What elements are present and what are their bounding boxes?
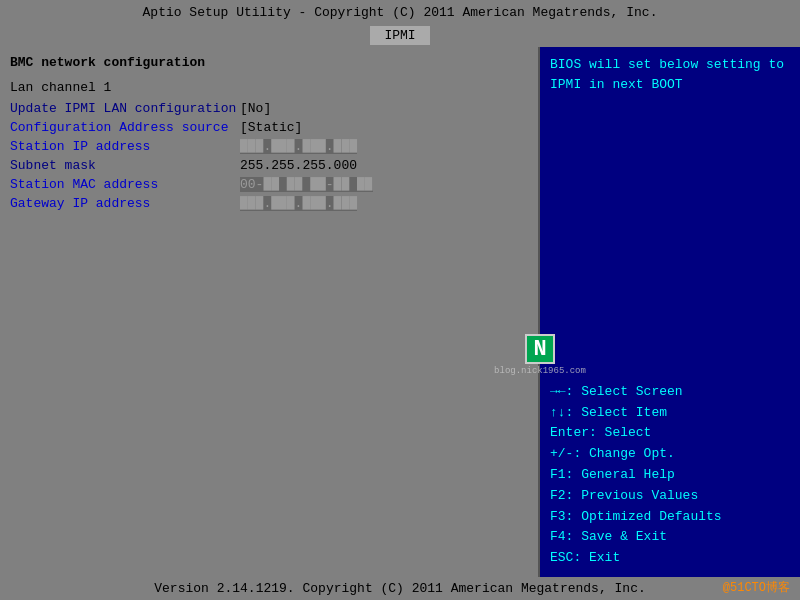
key-f3: F3: Optimized Defaults	[550, 507, 790, 528]
section-title: BMC network configuration	[10, 55, 528, 70]
key-esc: ESC: Exit	[550, 548, 790, 569]
label-update-ipmi: Update IPMI LAN configuration	[10, 101, 240, 116]
label-config-addr-source: Configuration Address source	[10, 120, 240, 135]
key-f2: F2: Previous Values	[550, 486, 790, 507]
key-f1: F1: General Help	[550, 465, 790, 486]
value-update-ipmi: [No]	[240, 101, 271, 116]
row-station-mac[interactable]: Station MAC address 00-██ ██ ██-██ ██	[10, 177, 528, 192]
footer-bar: Version 2.14.1219. Copyright (C) 2011 Am…	[0, 577, 800, 600]
header-bar: Aptio Setup Utility - Copyright (C) 2011…	[0, 0, 800, 24]
row-gateway-ip[interactable]: Gateway IP address ███.███.███.███	[10, 196, 528, 211]
key-enter: Enter: Select	[550, 423, 790, 444]
label-station-mac: Station MAC address	[10, 177, 240, 192]
footer-text: Version 2.14.1219. Copyright (C) 2011 Am…	[154, 581, 645, 596]
right-panel: BIOS will set below setting to IPMI in n…	[540, 47, 800, 577]
row-update-ipmi[interactable]: Update IPMI LAN configuration [No]	[10, 101, 528, 116]
value-subnet-mask: 255.255.255.000	[240, 158, 357, 173]
row-subnet-mask[interactable]: Subnet mask 255.255.255.000	[10, 158, 528, 173]
key-select-item: ↑↓: Select Item	[550, 403, 790, 424]
left-panel: BMC network configuration Lan channel 1 …	[0, 47, 540, 577]
row-config-addr-source[interactable]: Configuration Address source [Static]	[10, 120, 528, 135]
key-help-section: →←: Select Screen ↑↓: Select Item Enter:…	[550, 382, 790, 569]
bottom-right-tag: @51CTO博客	[723, 579, 790, 596]
key-change-opt: +/-: Change Opt.	[550, 444, 790, 465]
tab-bar: IPMI	[0, 24, 800, 47]
label-subnet-mask: Subnet mask	[10, 158, 240, 173]
label-gateway-ip: Gateway IP address	[10, 196, 240, 211]
lan-channel-label: Lan channel 1	[10, 80, 528, 95]
value-gateway-ip: ███.███.███.███	[240, 196, 357, 211]
label-station-ip: Station IP address	[10, 139, 240, 154]
key-f4: F4: Save & Exit	[550, 527, 790, 548]
value-station-ip: ███.███.███.███	[240, 139, 357, 154]
main-content: BMC network configuration Lan channel 1 …	[0, 47, 800, 577]
value-config-addr-source: [Static]	[240, 120, 302, 135]
header-title: Aptio Setup Utility - Copyright (C) 2011…	[143, 5, 658, 20]
value-station-mac: 00-██ ██ ██-██ ██	[240, 177, 373, 192]
key-select-screen: →←: Select Screen	[550, 382, 790, 403]
tab-ipmi[interactable]: IPMI	[370, 26, 429, 45]
row-station-ip[interactable]: Station IP address ███.███.███.███	[10, 139, 528, 154]
help-text: BIOS will set below setting to IPMI in n…	[550, 55, 790, 94]
